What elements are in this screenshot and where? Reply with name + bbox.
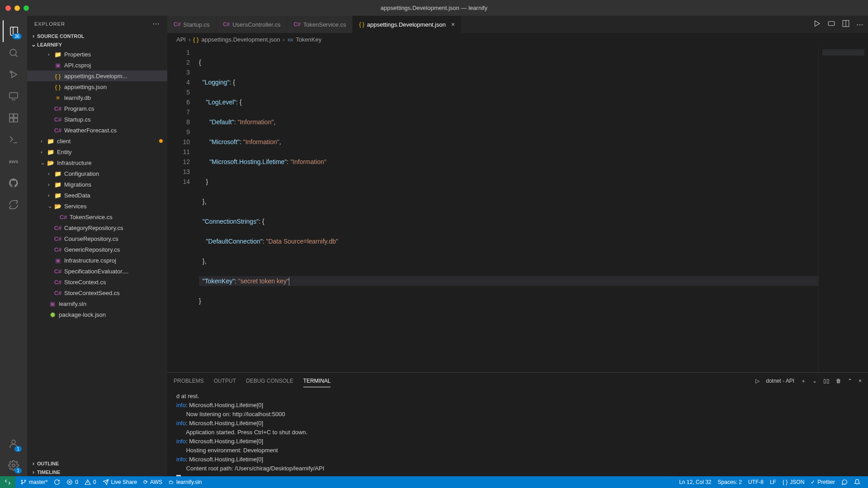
tree-file-learnify-db[interactable]: ≡learnify.db <box>27 92 167 103</box>
close-panel-icon[interactable]: × <box>859 378 862 384</box>
tree-file-learnify-sln[interactable]: ▣learnify.sln <box>27 298 167 309</box>
minimize-window-icon[interactable] <box>14 5 20 11</box>
tree-folder-client[interactable]: ›📁client <box>27 136 167 146</box>
tree-folder-migrations[interactable]: ›📁Migrations <box>27 179 167 190</box>
eol-button[interactable]: LF <box>767 479 779 485</box>
search-icon[interactable] <box>3 42 24 64</box>
bottom-panel: PROBLEMS OUTPUT DEBUG CONSOLE TERMINAL ▷… <box>167 372 868 476</box>
split-editor-icon[interactable] <box>842 19 850 29</box>
terminal-panel-icon[interactable] <box>3 129 24 150</box>
sync-icon[interactable] <box>3 194 24 216</box>
aws-icon[interactable]: aws <box>3 150 24 172</box>
panel-tab-terminal[interactable]: TERMINAL <box>303 375 331 387</box>
debug-icon[interactable] <box>3 64 24 85</box>
extensions-icon[interactable] <box>3 107 24 129</box>
code-content[interactable]: { "Logging": { "LogLevel": { "Default": … <box>199 46 818 372</box>
tree-file-api-csproj[interactable]: ▣API.csproj <box>27 60 167 70</box>
tree-folder-properties[interactable]: ›📁Properties <box>27 49 167 60</box>
code-editor[interactable]: 1234567891011121314 { "Logging": { "LogL… <box>167 46 868 372</box>
tree-folder-seeddata[interactable]: ›📁SeedData <box>27 190 167 201</box>
feedback-icon[interactable] <box>838 479 851 485</box>
tree-folder-entity[interactable]: ›📁Entity <box>27 146 167 157</box>
tree-file-weather[interactable]: C#WeatherForecast.cs <box>27 125 167 136</box>
csharp-icon: C# <box>174 21 180 28</box>
tree-file-appsettings-dev[interactable]: { }appsettings.Developm... <box>27 70 167 81</box>
tab-tokenservice[interactable]: C#TokenService.cs <box>287 16 353 33</box>
remote-icon[interactable] <box>3 85 24 107</box>
section-source-control[interactable]: ›SOURCE CONTROL <box>27 32 167 40</box>
more-actions-icon[interactable]: ⋯ <box>856 20 863 29</box>
errors-button[interactable]: 0 <box>63 479 81 485</box>
tab-appsettings[interactable]: { }appsettings.Development.json× <box>353 16 462 33</box>
tab-startup[interactable]: C#Startup.cs <box>167 16 217 33</box>
tree-folder-infrastructure[interactable]: ⌄📂Infrastructure <box>27 157 167 168</box>
tree-file-genericrepo[interactable]: C#GenericRepository.cs <box>27 244 167 255</box>
editor-area: C#Startup.cs C#UsersController.cs C#Toke… <box>167 16 868 476</box>
section-timeline[interactable]: ›TIMELINE <box>27 468 167 476</box>
github-icon[interactable] <box>3 172 24 194</box>
language-button[interactable]: { }JSON <box>779 479 807 485</box>
terminal-label[interactable]: dotnet - API <box>766 378 794 384</box>
close-window-icon[interactable] <box>5 5 11 11</box>
debug-run-icon[interactable] <box>827 19 835 29</box>
json-icon: { } <box>193 36 198 43</box>
settings-icon[interactable]: 1 <box>3 455 24 476</box>
sync-button[interactable] <box>51 479 63 485</box>
panel-tab-debug[interactable]: DEBUG CONSOLE <box>246 375 293 387</box>
sidebar-title: EXPLORER <box>34 21 65 27</box>
prettier-button[interactable]: ✓Prettier <box>807 479 838 485</box>
svg-point-13 <box>24 480 25 481</box>
more-icon[interactable]: ⋯ <box>152 19 160 28</box>
maximize-panel-icon[interactable]: ⌃ <box>848 378 852 384</box>
svg-point-7 <box>12 440 15 444</box>
solution-button[interactable]: 🗀learnify.sln <box>165 479 205 485</box>
tree-file-infra-csproj[interactable]: ▣Infrastructure.csproj <box>27 255 167 266</box>
remote-button[interactable] <box>0 476 15 488</box>
csharp-icon: C# <box>293 21 300 28</box>
encoding-button[interactable]: UTF-8 <box>745 479 767 485</box>
warnings-button[interactable]: 0 <box>81 479 99 485</box>
section-folder[interactable]: ⌄LEARNIFY <box>27 40 167 49</box>
terminal-profile-icon[interactable]: ▷ <box>755 378 760 384</box>
branch-button[interactable]: master* <box>17 479 51 485</box>
chevron-down-icon[interactable]: ⌄ <box>812 378 817 384</box>
svg-point-1 <box>10 71 12 73</box>
terminal-output[interactable]: d at rest. info: Microsoft.Hosting.Lifet… <box>167 389 868 476</box>
new-terminal-icon[interactable]: ＋ <box>801 377 806 385</box>
activity-bar: 36 aws 1 1 <box>0 16 27 476</box>
trash-icon[interactable]: 🗑 <box>836 378 841 384</box>
tree-file-tokenservice[interactable]: C#TokenService.cs <box>27 211 167 222</box>
panel-tab-output[interactable]: OUTPUT <box>214 375 236 387</box>
tree-file-categoryrepo[interactable]: C#CategoryRepository.cs <box>27 222 167 233</box>
liveshare-button[interactable]: Live Share <box>99 479 140 485</box>
accounts-icon[interactable]: 1 <box>3 433 24 455</box>
tree-folder-services[interactable]: ⌄📂Services <box>27 201 167 211</box>
tree-file-speceval[interactable]: C#SpecificationEvaluator.... <box>27 266 167 277</box>
breadcrumb-symbol[interactable]: TokenKey <box>296 36 321 43</box>
tree-file-storecontext[interactable]: C#StoreContext.cs <box>27 277 167 287</box>
run-icon[interactable] <box>813 19 821 29</box>
section-outline[interactable]: ›OUTLINE <box>27 459 167 468</box>
explorer-icon[interactable]: 36 <box>3 20 24 42</box>
tree-file-courserepo[interactable]: C#CourseRepository.cs <box>27 233 167 244</box>
breadcrumb-api[interactable]: API <box>176 36 186 43</box>
breadcrumb-file[interactable]: appsettings.Development.json <box>202 36 280 43</box>
text-cursor <box>289 277 289 286</box>
tree-file-packagelock[interactable]: ⬢package-lock.json <box>27 309 167 320</box>
indentation-button[interactable]: Spaces: 2 <box>715 479 745 485</box>
tree-file-storeseed[interactable]: C#StoreContextSeed.cs <box>27 287 167 298</box>
notifications-icon[interactable] <box>851 479 863 485</box>
split-terminal-icon[interactable]: ▯▯ <box>823 378 830 384</box>
panel-tab-problems[interactable]: PROBLEMS <box>174 375 204 387</box>
aws-button[interactable]: ⟳AWS <box>140 479 165 485</box>
tree-file-startup[interactable]: C#Startup.cs <box>27 114 167 125</box>
tree-file-program[interactable]: C#Program.cs <box>27 103 167 114</box>
close-tab-icon[interactable]: × <box>451 21 455 28</box>
tree-file-appsettings[interactable]: { }appsettings.json <box>27 81 167 92</box>
tab-userscontroller[interactable]: C#UsersController.cs <box>217 16 288 33</box>
tree-folder-configuration[interactable]: ›📁Configuration <box>27 168 167 179</box>
maximize-window-icon[interactable] <box>24 5 29 11</box>
breadcrumb[interactable]: API› { }appsettings.Development.json› ▭T… <box>167 33 868 46</box>
minimap[interactable] <box>818 46 868 372</box>
cursor-position[interactable]: Ln 12, Col 32 <box>676 479 714 485</box>
